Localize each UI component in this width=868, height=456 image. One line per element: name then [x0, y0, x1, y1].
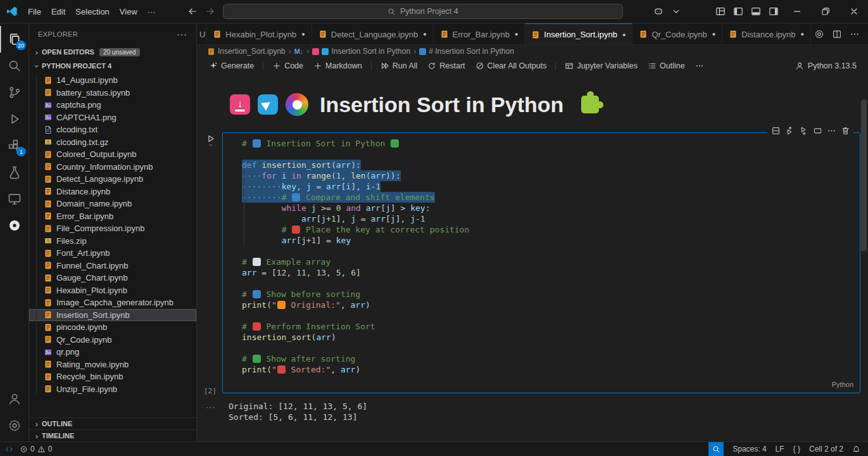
timeline-section[interactable]: › TIMELINE [29, 429, 196, 441]
forward-arrow[interactable] [205, 6, 215, 16]
cell-language[interactable]: Python [832, 379, 853, 390]
layout-grid-icon[interactable] [712, 2, 729, 21]
activity-desktop-icon[interactable] [0, 186, 28, 212]
more-icon[interactable] [826, 125, 837, 136]
back-arrow[interactable] [187, 6, 198, 16]
activity-circle-extension-icon[interactable] [0, 212, 28, 239]
code-line[interactable]: while j >= 0 and arr[j] > key: [242, 203, 855, 213]
code-line[interactable]: # 📊 Show before sorting [242, 289, 855, 300]
activity-account-icon[interactable] [0, 386, 28, 412]
breadcrumb-item[interactable]: Insertion Sort in Python [312, 47, 410, 56]
eol-indicator[interactable]: LF [776, 445, 784, 453]
code-line[interactable]: insertion_sort(arr) [242, 332, 855, 343]
modified-dot[interactable]: ● [801, 31, 804, 37]
run-all-button[interactable]: Run All [376, 60, 422, 72]
activity-search-icon[interactable] [0, 53, 28, 79]
kernel-picker[interactable]: Python 3.13.5 [795, 61, 868, 70]
explorer-more-icon[interactable]: ··· [177, 29, 187, 39]
activity-run-debug-icon[interactable] [0, 106, 28, 132]
code-line[interactable]: ····for i in range(1, len(arr)): [242, 170, 855, 181]
panel-right-icon[interactable] [765, 2, 783, 21]
file-item[interactable]: Error_Bar.ipynb [29, 210, 196, 223]
split-cell-icon[interactable] [770, 125, 781, 136]
code-button[interactable]: Code [268, 60, 308, 72]
code-editor[interactable]: # 📘 Insertion Sort in Python 🔄 def inser… [223, 133, 860, 393]
tab-item[interactable]: Insertion_Sort.ipynb ● [525, 23, 632, 44]
code-line[interactable]: def insertion_sort(arr): [242, 160, 855, 170]
modified-dot[interactable]: ● [712, 31, 715, 37]
split-editor-icon[interactable] [829, 26, 845, 42]
breadcrumb-item[interactable]: Insertion_Sort.ipynb [207, 47, 286, 56]
menu-selection[interactable]: Selection [70, 4, 114, 19]
file-item[interactable]: Country_Information.ipynb [29, 161, 196, 174]
file-item[interactable]: Detect_Language.ipynb [29, 173, 196, 186]
file-item[interactable]: captcha.png [29, 99, 196, 111]
markdown-cell[interactable]: ↓ Insertion Sort in Python [230, 92, 868, 117]
file-item[interactable]: Colored_Output.ipynb [29, 148, 196, 161]
code-line[interactable]: # 📄 Example array [242, 256, 855, 267]
modified-dot[interactable]: ● [622, 32, 626, 38]
code-line[interactable] [242, 246, 855, 256]
file-item[interactable]: battery_status.ipynb [29, 87, 196, 99]
zoom-indicator[interactable] [708, 442, 724, 456]
file-item[interactable]: Image_Capcha_generator.ipynb [29, 296, 196, 309]
more-button[interactable] [691, 60, 708, 72]
file-item[interactable]: Rating_movie.ipynb [29, 358, 196, 371]
file-item[interactable]: File_Compression.ipynb [29, 222, 196, 235]
activity-testing-icon[interactable] [0, 159, 28, 186]
close-button[interactable] [840, 0, 868, 23]
settings-gear-icon[interactable] [811, 26, 827, 42]
code-line[interactable]: arr[j+1], j = arr[j], j-1 [242, 213, 855, 224]
file-item[interactable]: Distance.ipynb [29, 186, 196, 198]
outline-button[interactable]: Outline [643, 60, 689, 72]
file-item[interactable]: Domain_name.ipynb [29, 198, 196, 210]
code-line[interactable]: # 🚀 Perform Insertion Sort [242, 321, 855, 332]
project-header[interactable]: › PYTHON PROJECT 4 [29, 59, 196, 73]
code-cell[interactable]: # 📘 Insertion Sort in Python 🔄 def inser… [222, 132, 860, 393]
indentation-indicator[interactable]: Spaces: 4 [733, 445, 766, 453]
tab-item[interactable]: Error_Bar.ipynb ● [434, 23, 525, 44]
menu-file[interactable]: File [23, 4, 46, 19]
activity-files-icon[interactable]: 20 [0, 26, 28, 53]
open-editors-header[interactable]: › OPEN EDITORS 20 unsaved [29, 45, 196, 59]
tab-item[interactable]: Hexabin_Plot.ipynb ● [206, 23, 311, 44]
chevron-down-icon[interactable] [667, 2, 685, 21]
code-line[interactable] [242, 343, 855, 353]
tab-item[interactable]: Qr_Code.ipynb ● [632, 23, 722, 44]
code-line[interactable]: # 📘 Insertion Sort in Python 🔄 [242, 138, 855, 149]
file-item[interactable]: clcoding.txt [29, 124, 196, 136]
frame-icon[interactable] [812, 125, 823, 136]
output-collapse-button[interactable]: ··· [206, 402, 216, 412]
language-mode-indicator[interactable]: { } [793, 445, 800, 453]
file-item[interactable]: qr.png [29, 346, 196, 358]
breadcrumb-item[interactable]: M↓ [294, 48, 304, 55]
scrollbar-thumb[interactable] [861, 99, 867, 251]
code-line[interactable]: print("🎯 Sorted:", arr) [242, 364, 855, 375]
file-item[interactable]: Files.zip [29, 235, 196, 248]
outline-section[interactable]: › OUTLINE [29, 417, 196, 429]
breadcrumb-item[interactable]: # Insertion Sort in Python [419, 47, 514, 56]
delete-icon[interactable] [840, 125, 851, 136]
more-icon[interactable] [846, 26, 863, 42]
file-item[interactable]: Unzip_File.ipynb [29, 383, 196, 396]
code-line[interactable]: print("🍊 Original:", arr) [242, 300, 855, 310]
menu-edit[interactable]: Edit [46, 4, 70, 19]
activity-extensions-icon[interactable]: 1 [0, 132, 28, 159]
run-cell-button[interactable] [204, 134, 217, 149]
command-center-search[interactable]: Python Project 4 [223, 4, 623, 19]
code-line[interactable]: ········key, j = arr[i], i-1 [242, 181, 855, 192]
copilot-icon[interactable] [650, 2, 667, 21]
code-line[interactable] [242, 149, 855, 160]
notifications-bell-icon[interactable] [852, 445, 860, 453]
file-item[interactable]: Gauge_Chart.ipynb [29, 272, 196, 284]
execute-above-icon[interactable] [784, 125, 795, 136]
minimize-button[interactable] [783, 0, 811, 23]
file-item[interactable]: Funnel_Chart.ipynb [29, 260, 196, 272]
code-line[interactable]: ········# 🔍 Compare and shift elements [242, 192, 855, 203]
menu-view[interactable]: View [115, 4, 142, 19]
generate-button[interactable]: Generate [204, 60, 258, 72]
file-item[interactable]: Qr_Code.ipynb [29, 334, 196, 346]
file-item[interactable]: CAPTCHA1.png [29, 111, 196, 124]
tab-item[interactable]: Detect_Language.ipynb ● [312, 23, 434, 44]
code-line[interactable]: # ✅ Show after sorting [242, 353, 855, 364]
